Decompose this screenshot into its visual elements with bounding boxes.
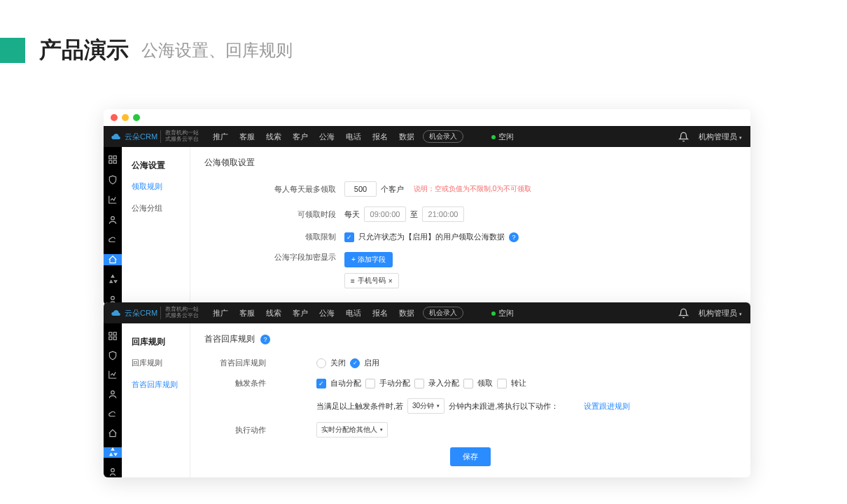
radio-off-label: 关闭: [330, 358, 346, 368]
mac-zoom-icon[interactable]: [133, 114, 140, 121]
user-icon[interactable]: [108, 215, 118, 225]
record-button[interactable]: 机会录入: [423, 130, 463, 143]
nav-item[interactable]: 公海: [319, 308, 335, 318]
recycle-icon[interactable]: [108, 447, 118, 457]
nav-item[interactable]: 线索: [266, 308, 281, 318]
mac-minimize-icon[interactable]: [122, 114, 129, 121]
chk-claim[interactable]: [463, 379, 473, 388]
svg-rect-2: [109, 160, 112, 163]
radio-on[interactable]: [350, 358, 360, 368]
logo: 云朵CRM 教育机构一站式服务云平台: [104, 130, 206, 143]
nav-item[interactable]: 客服: [239, 132, 255, 142]
top-nav: 云朵CRM 教育机构一站式服务云平台 推广 客服 线索 客户 公海 电话 报名 …: [104, 302, 750, 323]
dashboard-icon[interactable]: [108, 331, 118, 341]
nav-item[interactable]: 客服: [239, 308, 255, 318]
subnav-item-claim-rules[interactable]: 领取规则: [122, 176, 190, 197]
user-menu[interactable]: 机构管理员 ▾: [699, 132, 742, 142]
nav-item[interactable]: 数据: [399, 132, 414, 142]
radio-on-label: 启用: [364, 358, 379, 368]
nav-item[interactable]: 推广: [213, 132, 228, 142]
shield-icon[interactable]: [108, 351, 118, 360]
nav-item[interactable]: 推广: [213, 308, 228, 318]
time-from-input[interactable]: [364, 206, 406, 222]
chk-auto[interactable]: ✓: [316, 379, 326, 388]
action-select[interactable]: 实时分配给其他人▾: [316, 422, 388, 438]
side-rail: [104, 147, 122, 305]
home-icon[interactable]: [108, 255, 118, 265]
content-title: 公海领取设置: [204, 157, 736, 169]
record-button[interactable]: 机会录入: [423, 307, 463, 319]
nav-item[interactable]: 电话: [346, 308, 361, 318]
mac-titlebar: [104, 109, 750, 126]
suffix-text: 个客户: [381, 184, 404, 195]
chart-icon[interactable]: [108, 370, 118, 379]
home-icon[interactable]: [108, 428, 118, 438]
cloud-icon[interactable]: [108, 234, 118, 244]
field-tag[interactable]: ≡手机号码×: [344, 273, 399, 288]
svg-point-11: [111, 468, 115, 472]
logo-text: 云朵CRM: [125, 132, 158, 142]
bell-icon[interactable]: [678, 308, 689, 318]
window-gonghai-settings: 云朵CRM 教育机构一站式服务云平台 推广 客服 线索 客户 公海 电话 报名 …: [104, 109, 750, 305]
dashboard-icon[interactable]: [108, 155, 118, 164]
side-rail: [104, 323, 122, 477]
label-action: 执行动作: [204, 425, 274, 435]
user-menu[interactable]: 机构管理员 ▾: [699, 308, 742, 318]
save-button[interactable]: 保存: [450, 447, 491, 466]
cloud-icon[interactable]: [108, 409, 118, 419]
nav-item[interactable]: 客户: [293, 308, 308, 318]
slide-title: 产品演示: [39, 35, 129, 66]
nav-item[interactable]: 电话: [346, 132, 361, 142]
chk-manual[interactable]: [365, 379, 375, 388]
svg-rect-1: [113, 156, 116, 159]
logo: 云朵CRM 教育机构一站式服务云平台: [104, 307, 206, 319]
nav-item[interactable]: 数据: [399, 308, 414, 318]
label-trigger: 触发条件: [204, 378, 274, 388]
nav-item[interactable]: 报名: [372, 132, 388, 142]
help-icon[interactable]: ?: [509, 232, 519, 242]
chk-input[interactable]: [414, 379, 424, 388]
add-field-button[interactable]: + 添加字段: [344, 252, 393, 267]
mac-close-icon[interactable]: [111, 114, 118, 121]
chk-transfer[interactable]: [497, 379, 507, 388]
list-icon: ≡: [351, 277, 355, 285]
subnav-item-groups[interactable]: 公海分组: [122, 197, 190, 219]
minutes-select[interactable]: 30分钟▾: [407, 398, 444, 414]
label-claim-limit: 领取限制: [204, 232, 344, 242]
nav-item[interactable]: 客户: [293, 132, 308, 142]
set-followup-link[interactable]: 设置跟进规则: [584, 401, 630, 412]
prefix-text: 每天: [344, 209, 360, 220]
bell-icon[interactable]: [678, 132, 689, 142]
user-icon[interactable]: [108, 389, 118, 399]
condition-mid: 分钟内未跟进,将执行以下动作：: [449, 401, 559, 412]
subnav-item-first-consult[interactable]: 首咨回库规则: [122, 374, 190, 396]
svg-rect-8: [109, 337, 112, 340]
chart-icon[interactable]: [108, 195, 118, 204]
svg-point-5: [111, 296, 115, 300]
subnav-title: 公海设置: [122, 155, 190, 176]
svg-rect-6: [109, 332, 112, 335]
nav-item[interactable]: 公海: [319, 132, 335, 142]
subnav-title: 回库规则: [122, 332, 190, 352]
label-first-rule: 首咨回库规则: [204, 358, 274, 368]
radio-off[interactable]: [316, 358, 326, 368]
shield-icon[interactable]: [108, 175, 118, 185]
sub-nav: 回库规则 回库规则 首咨回库规则: [122, 323, 190, 477]
logo-subtitle: 教育机构一站式服务云平台: [160, 130, 199, 143]
content-area: 公海领取设置 每人每天最多领取 个客户 说明：空或负值为不限制,0为不可领取 可…: [190, 147, 750, 305]
subnav-item-return-rules[interactable]: 回库规则: [122, 352, 190, 374]
nav-item[interactable]: 报名: [372, 308, 388, 318]
remove-icon[interactable]: ×: [388, 277, 393, 285]
svg-rect-7: [113, 332, 116, 335]
label-time-range: 可领取时段: [204, 209, 344, 220]
help-icon[interactable]: ?: [260, 335, 270, 344]
max-claim-input[interactable]: [344, 181, 377, 197]
checkbox-enabled-only[interactable]: ✓: [344, 232, 354, 242]
label-encrypt-fields: 公海字段加密显示: [204, 252, 344, 262]
condition-pre: 当满足以上触发条件时,若: [316, 401, 403, 412]
nav-items: 推广 客服 线索 客户 公海 电话 报名 数据: [206, 132, 414, 142]
recycle-icon[interactable]: [108, 274, 118, 284]
time-to-input[interactable]: [422, 206, 464, 222]
svg-point-10: [111, 391, 115, 394]
nav-item[interactable]: 线索: [266, 132, 281, 142]
